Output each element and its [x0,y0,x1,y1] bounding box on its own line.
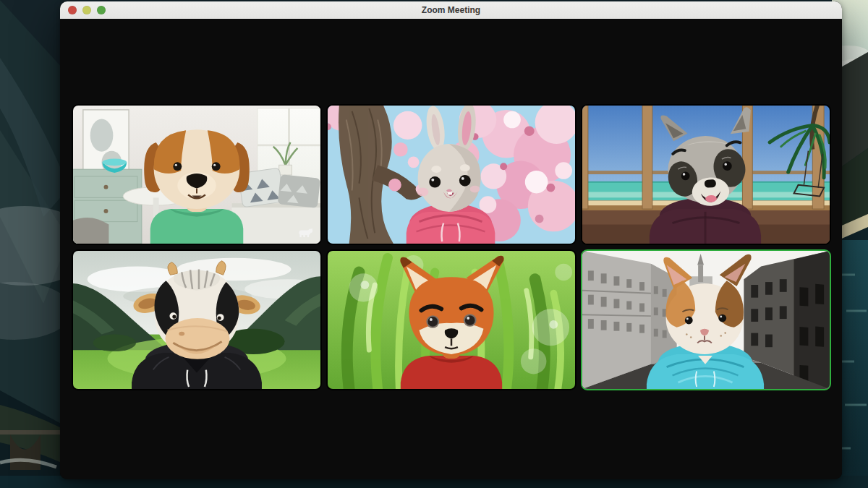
zoom-meeting-window: Zoom Meeting [60,1,842,479]
window-titlebar[interactable]: Zoom Meeting [60,1,842,20]
rabbit-avatar-video [328,106,575,244]
participant-tile-cow[interactable] [72,249,322,390]
raccoon-avatar-video [582,106,830,244]
participant-tile-fox[interactable] [326,249,576,390]
minimize-button[interactable] [82,6,91,14]
cow-avatar-video [73,251,320,389]
close-button[interactable] [68,6,77,14]
window-controls [60,6,106,14]
fullscreen-button[interactable] [97,6,106,14]
fox-avatar-video [328,251,575,389]
gallery-view [60,19,842,479]
cat-avatar-video [582,251,830,389]
window-title: Zoom Meeting [60,5,842,15]
participant-tile-raccoon[interactable] [581,104,831,245]
participant-tile-cat[interactable] [581,249,831,390]
participant-tile-rabbit[interactable] [326,104,576,245]
dog-avatar-video [73,106,320,244]
participant-tile-dog[interactable] [72,104,322,245]
